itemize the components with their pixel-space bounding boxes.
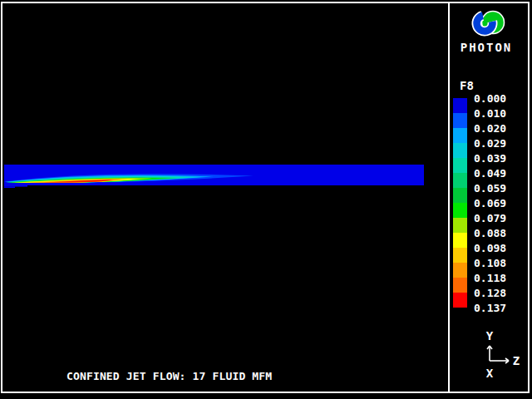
legend-swatch-5 [453, 173, 467, 188]
main-viewport[interactable] [4, 165, 424, 188]
x-axis-label: X [486, 367, 494, 380]
legend-value-2: 0.020 [474, 121, 506, 136]
legend-swatch-7 [453, 203, 467, 218]
legend-swatch-4 [453, 158, 467, 173]
panel-divider [448, 2, 450, 393]
orientation-axes: Y Z X [462, 326, 525, 381]
legend-swatch-13 [453, 293, 467, 308]
photon-logo-icon [470, 7, 510, 40]
legend-swatch-1 [453, 113, 467, 128]
legend-value-9: 0.088 [474, 226, 506, 241]
legend-value-7: 0.069 [474, 196, 506, 211]
y-axis-label: Y [486, 329, 494, 342]
legend-value-5: 0.049 [474, 166, 506, 181]
legend-value-1: 0.010 [474, 106, 506, 121]
legend-swatch-0 [453, 98, 467, 113]
legend-value-12: 0.118 [474, 271, 506, 286]
legend-swatch-10 [453, 248, 467, 263]
legend-swatch-11 [453, 263, 467, 278]
legend-value-3: 0.029 [474, 136, 506, 151]
z-axis-label: Z [513, 354, 520, 367]
legend-swatch-9 [453, 233, 467, 248]
window-frame [1, 2, 530, 393]
legend-variable-title: F8 [460, 79, 474, 92]
legend-swatch-6 [453, 188, 467, 203]
legend-swatch-8 [453, 218, 467, 233]
legend-swatch-12 [453, 278, 467, 293]
legend-value-10: 0.098 [474, 241, 506, 256]
jet-flow-plot [4, 165, 424, 188]
legend-value-0: 0.000 [474, 91, 506, 106]
legend-value-11: 0.108 [474, 256, 506, 271]
legend-value-13: 0.128 [474, 286, 506, 301]
legend-value-14: 0.137 [474, 301, 506, 316]
photon-window: { "window": { "background": "#000000", "… [0, 0, 532, 399]
duct-step [4, 185, 27, 187]
duct-step [4, 186, 15, 188]
legend-swatch-2 [453, 128, 467, 143]
legend-value-6: 0.059 [474, 181, 506, 196]
legend-values: 0.0000.0100.0200.0290.0390.0490.0590.069… [474, 91, 506, 316]
legend-value-8: 0.079 [474, 211, 506, 226]
logo-label: PHOTON [457, 41, 515, 54]
legend-value-4: 0.039 [474, 151, 506, 166]
plot-caption: CONFINED JET FLOW: 17 FLUID MFM [66, 370, 272, 382]
legend-swatch-3 [453, 143, 467, 158]
legend-swatches [453, 98, 467, 308]
